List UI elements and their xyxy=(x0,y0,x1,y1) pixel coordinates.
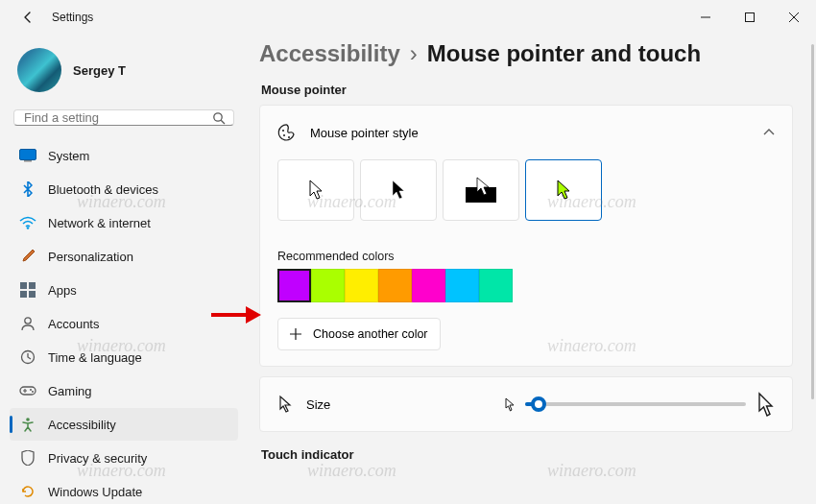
svg-rect-13 xyxy=(20,387,36,395)
cursor-small-icon xyxy=(504,397,516,412)
back-button[interactable] xyxy=(13,3,42,32)
nav-accounts[interactable]: Accounts xyxy=(10,307,238,340)
nav-accessibility[interactable]: Accessibility xyxy=(10,408,238,441)
plus-icon xyxy=(290,328,301,340)
svg-rect-20 xyxy=(466,187,496,203)
cursor-black-icon xyxy=(389,179,408,202)
nav-apps[interactable]: Apps xyxy=(10,274,238,306)
scrollbar[interactable] xyxy=(811,44,814,399)
maximize-button[interactable] xyxy=(728,0,772,35)
nav-list: System Bluetooth & devices Network & int… xyxy=(10,139,238,504)
wifi-icon xyxy=(19,214,36,231)
svg-rect-5 xyxy=(24,160,32,162)
pointer-style-header[interactable]: Mouse pointer style xyxy=(260,106,792,159)
system-icon xyxy=(19,147,36,164)
apps-icon xyxy=(19,281,36,299)
color-swatch-3[interactable] xyxy=(378,269,412,302)
back-arrow-icon xyxy=(21,11,35,24)
clock-icon xyxy=(19,348,36,366)
sidebar: Sergey T System Bluetooth & devices Netw… xyxy=(0,35,246,504)
breadcrumb: Accessibility › Mouse pointer and touch xyxy=(259,40,793,67)
nav-network[interactable]: Network & internet xyxy=(10,206,238,239)
svg-point-6 xyxy=(27,227,30,229)
chevron-up-icon xyxy=(763,129,775,136)
pointer-style-card: Mouse pointer style Recommended colors xyxy=(259,105,793,367)
content: Accessibility › Mouse pointer and touch … xyxy=(246,35,816,504)
color-swatch-2[interactable] xyxy=(345,269,378,302)
svg-point-15 xyxy=(32,391,34,393)
crumb-parent[interactable]: Accessibility xyxy=(259,40,400,67)
section-touch-indicator: Touch indicator xyxy=(261,447,793,462)
card-title: Mouse pointer style xyxy=(310,126,419,140)
nav-privacy[interactable]: Privacy & security xyxy=(10,442,238,474)
color-swatch-6[interactable] xyxy=(479,269,513,302)
section-mouse-pointer: Mouse pointer xyxy=(261,83,793,97)
window-controls xyxy=(684,0,816,35)
slider-thumb[interactable] xyxy=(531,396,546,412)
nav-bluetooth[interactable]: Bluetooth & devices xyxy=(10,173,238,205)
nav-label: Bluetooth & devices xyxy=(48,182,158,197)
page-title: Mouse pointer and touch xyxy=(427,40,701,67)
nav-system[interactable]: System xyxy=(10,139,238,172)
close-icon xyxy=(789,12,799,22)
minimize-icon xyxy=(701,12,710,22)
nav-time[interactable]: Time & language xyxy=(10,341,238,373)
svg-rect-8 xyxy=(29,282,36,289)
gaming-icon xyxy=(19,382,36,399)
svg-point-17 xyxy=(282,130,284,132)
palette-icon xyxy=(277,123,297,142)
nav-gaming[interactable]: Gaming xyxy=(10,374,238,407)
pointer-style-black[interactable] xyxy=(360,159,437,221)
chevron-right-icon: › xyxy=(410,40,418,67)
size-slider[interactable] xyxy=(525,402,746,406)
accessibility-icon xyxy=(19,416,36,433)
profile[interactable]: Sergey T xyxy=(10,42,238,106)
choose-color-button[interactable]: Choose another color xyxy=(277,318,441,350)
nav-update[interactable]: Windows Update xyxy=(10,475,238,504)
avatar xyxy=(17,48,61,92)
settings-window: Settings Sergey T System Bluetooth & dev… xyxy=(0,0,816,504)
nav-label: System xyxy=(48,149,89,163)
choose-color-label: Choose another color xyxy=(313,327,428,341)
svg-point-16 xyxy=(26,418,30,421)
body: Sergey T System Bluetooth & devices Netw… xyxy=(0,35,816,504)
size-label: Size xyxy=(306,397,330,412)
svg-rect-9 xyxy=(20,291,27,298)
cursor-large-icon xyxy=(756,392,775,417)
svg-point-2 xyxy=(214,112,222,120)
svg-point-19 xyxy=(288,136,290,138)
nav-personalization[interactable]: Personalization xyxy=(10,240,238,273)
nav-label: Time & language xyxy=(48,350,142,365)
svg-point-18 xyxy=(283,134,285,136)
nav-label: Gaming xyxy=(48,384,92,398)
cursor-outline-icon xyxy=(277,395,293,414)
update-icon xyxy=(19,483,36,500)
nav-label: Apps xyxy=(48,283,77,298)
color-swatch-5[interactable] xyxy=(445,269,479,302)
color-swatch-4[interactable] xyxy=(412,269,445,302)
size-slider-wrap xyxy=(504,392,775,417)
nav-label: Privacy & security xyxy=(48,451,147,466)
shield-icon xyxy=(19,449,36,467)
nav-label: Windows Update xyxy=(48,485,142,499)
nav-label: Network & internet xyxy=(48,216,151,230)
svg-point-11 xyxy=(25,318,31,324)
svg-rect-10 xyxy=(29,291,36,298)
nav-label: Accounts xyxy=(48,317,99,331)
cursor-inverted-icon xyxy=(460,176,502,204)
maximize-icon xyxy=(745,12,755,22)
pointer-style-custom[interactable] xyxy=(525,159,602,221)
app-title: Settings xyxy=(52,11,93,24)
pointer-style-options xyxy=(260,159,792,236)
close-button[interactable] xyxy=(772,0,816,35)
brush-icon xyxy=(19,248,36,265)
color-row xyxy=(260,269,792,312)
profile-name: Sergey T xyxy=(73,63,126,78)
color-swatch-1[interactable] xyxy=(311,269,345,302)
color-swatch-0[interactable] xyxy=(277,269,311,302)
pointer-style-white[interactable] xyxy=(277,159,354,221)
minimize-button[interactable] xyxy=(684,0,728,35)
search-box[interactable] xyxy=(13,109,234,126)
search-input[interactable] xyxy=(24,110,212,125)
pointer-style-inverted[interactable] xyxy=(443,159,519,221)
